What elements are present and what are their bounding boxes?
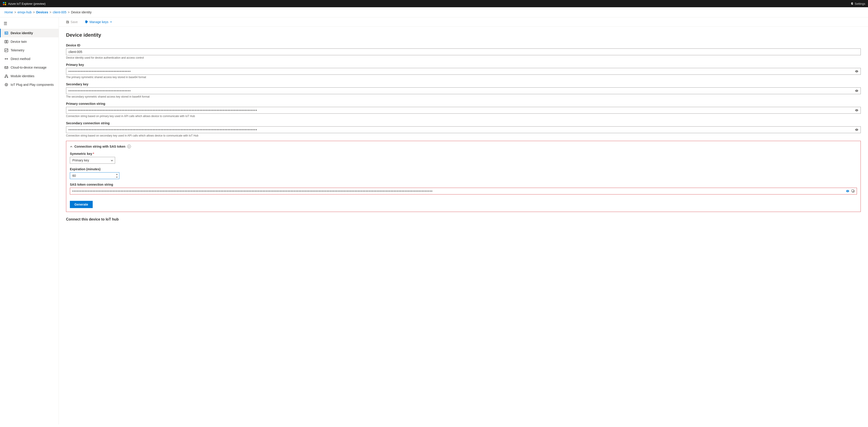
primary-connection-hint: Connection string based on primary key u… (66, 115, 861, 118)
svg-rect-5 (5, 32, 6, 33)
sidebar-item-iot-plug-and-play[interactable]: IoT Plug and Play components (0, 80, 59, 89)
expiration-field: Expiration (minutes) ▲ ▼ (70, 167, 857, 179)
sas-section-header: Connection string with SAS token i (70, 145, 857, 148)
secondary-connection-eye-button[interactable] (855, 127, 859, 132)
device-id-input[interactable] (66, 49, 861, 55)
secondary-connection-input[interactable] (66, 126, 861, 133)
symmetric-key-select-wrapper: Primary key Secondary key (70, 157, 115, 164)
secondary-connection-field: Secondary connection string Connection s… (66, 121, 861, 137)
sidebar-label-iot-plug: IoT Plug and Play components (11, 83, 54, 86)
telemetry-icon (4, 48, 8, 52)
breadcrumb-devices[interactable]: Devices (36, 10, 48, 14)
device-id-hint: Device identity used for device authenti… (66, 56, 861, 59)
cloud-to-device-icon (4, 65, 8, 69)
svg-rect-3 (5, 4, 6, 5)
app-title-area: Azure IoT Explorer (preview) (3, 2, 45, 5)
save-label: Save (70, 20, 78, 24)
settings-button[interactable]: Settings (850, 2, 865, 5)
breadcrumb-device[interactable]: client-005 (53, 10, 66, 14)
svg-line-23 (7, 76, 7, 77)
manage-keys-label: Manage keys (90, 20, 108, 24)
expiration-input[interactable] (70, 172, 119, 179)
save-icon (66, 20, 69, 24)
expiration-input-wrapper: ▲ ▼ (70, 172, 119, 179)
breadcrumb-current: Device identity (71, 10, 92, 14)
expiration-up-button[interactable]: ▲ (115, 173, 119, 176)
breadcrumb-sep-4: > (68, 10, 70, 14)
sidebar-label-cloud-to-device: Cloud-to-device message (11, 66, 46, 69)
direct-method-icon (4, 57, 8, 61)
sas-token-input-wrapper (70, 188, 857, 195)
main-content: Save Manage keys Device identity Device … (59, 18, 868, 425)
sidebar-item-device-twin[interactable]: Device twin (0, 37, 59, 46)
sas-token-input[interactable] (70, 188, 844, 194)
device-id-label: Device ID (66, 44, 861, 47)
module-identities-icon (4, 74, 8, 78)
content-area: Device identity Device ID Device identit… (59, 27, 868, 229)
symmetric-key-label: Symmetric key* (70, 152, 857, 155)
svg-rect-0 (3, 2, 4, 3)
sidebar-item-cloud-to-device[interactable]: Cloud-to-device message (0, 63, 59, 72)
manage-keys-button[interactable]: Manage keys (83, 19, 114, 25)
breadcrumb-sep-3: > (50, 10, 51, 14)
sas-info-icon[interactable]: i (127, 145, 131, 148)
secondary-connection-input-wrapper (66, 126, 861, 133)
settings-icon (850, 2, 853, 5)
settings-label: Settings (855, 2, 865, 5)
svg-rect-28 (852, 190, 854, 192)
secondary-key-field: Secondary key The secondary symmetric sh… (66, 82, 861, 98)
breadcrumb: Home > emqx-hub > Devices > client-005 >… (0, 7, 868, 18)
secondary-key-input[interactable] (66, 87, 861, 94)
toolbar: Save Manage keys (59, 18, 868, 27)
connect-section: Connect this device to IoT hub (66, 217, 861, 221)
primary-connection-eye-button[interactable] (855, 108, 859, 113)
sidebar-label-module-identities: Module identities (11, 74, 34, 78)
sidebar-item-module-identities[interactable]: Module identities (0, 72, 59, 80)
primary-key-input[interactable] (66, 68, 861, 75)
primary-connection-input[interactable] (66, 107, 861, 114)
sidebar-item-telemetry[interactable]: Telemetry (0, 46, 59, 55)
secondary-key-input-wrapper (66, 87, 861, 94)
primary-key-field: Primary key The primary symmetric shared… (66, 63, 861, 79)
svg-rect-2 (3, 4, 4, 5)
svg-point-21 (7, 77, 8, 78)
save-button: Save (64, 19, 80, 25)
eye-icon (855, 69, 859, 73)
expiration-down-button[interactable]: ▼ (115, 176, 119, 179)
eye-icon-3 (855, 109, 859, 112)
sidebar-item-device-identity[interactable]: Device identity (0, 29, 59, 37)
app-title: Azure IoT Explorer (preview) (8, 2, 45, 5)
device-identity-icon (4, 31, 8, 35)
primary-key-hint: The primary symmetric shared access key … (66, 76, 861, 79)
sidebar-label-telemetry: Telemetry (11, 49, 24, 52)
connect-section-title: Connect this device to IoT hub (66, 217, 861, 221)
secondary-key-label: Secondary key (66, 82, 861, 86)
device-twin-icon (4, 39, 8, 44)
primary-key-eye-button[interactable] (855, 69, 859, 74)
sas-collapse-icon[interactable] (70, 145, 72, 148)
breadcrumb-sep-2: > (33, 10, 35, 14)
chevron-down-icon (110, 21, 112, 23)
sas-token-eye-button[interactable] (845, 189, 850, 193)
key-icon (85, 20, 88, 24)
generate-button[interactable]: Generate (70, 201, 93, 208)
eye-icon-2 (855, 89, 859, 93)
symmetric-key-select[interactable]: Primary key Secondary key (70, 157, 115, 164)
iot-plug-icon (4, 83, 8, 87)
title-bar: Azure IoT Explorer (preview) Settings (0, 0, 868, 7)
sas-token-copy-button[interactable] (851, 189, 855, 193)
breadcrumb-sep-1: > (14, 10, 16, 14)
secondary-key-hint: The secondary symmetric shared access ke… (66, 95, 861, 98)
primary-connection-input-wrapper (66, 107, 861, 114)
breadcrumb-hub[interactable]: emqx-hub (18, 10, 32, 14)
svg-point-20 (5, 77, 6, 78)
secondary-connection-label: Secondary connection string (66, 121, 861, 125)
secondary-key-eye-button[interactable] (855, 88, 859, 93)
breadcrumb-home[interactable]: Home (4, 10, 13, 14)
main-layout: ☰ Device identity Device twin (0, 18, 868, 425)
svg-rect-9 (5, 40, 6, 43)
sidebar-item-direct-method[interactable]: Direct method (0, 55, 59, 63)
expiration-label: Expiration (minutes) (70, 167, 857, 171)
hamburger-button[interactable]: ☰ (0, 19, 59, 28)
eye-icon-5 (846, 189, 849, 193)
